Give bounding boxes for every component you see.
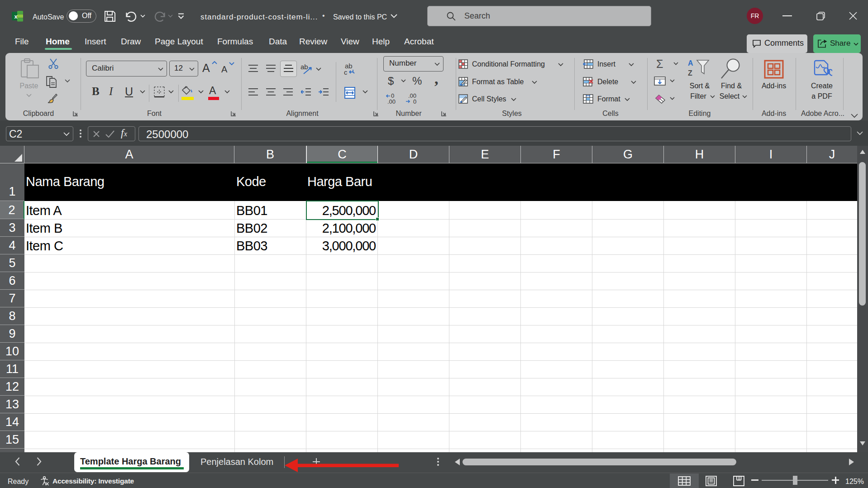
svg-text:.00: .00 — [387, 98, 396, 104]
svg-text:ab: ab — [300, 63, 308, 71]
svg-text:x: x — [14, 13, 18, 20]
svg-text:A: A — [688, 59, 693, 67]
svg-text:c: c — [344, 68, 348, 76]
svg-text:0: 0 — [413, 98, 416, 104]
svg-text:Z: Z — [688, 69, 692, 77]
